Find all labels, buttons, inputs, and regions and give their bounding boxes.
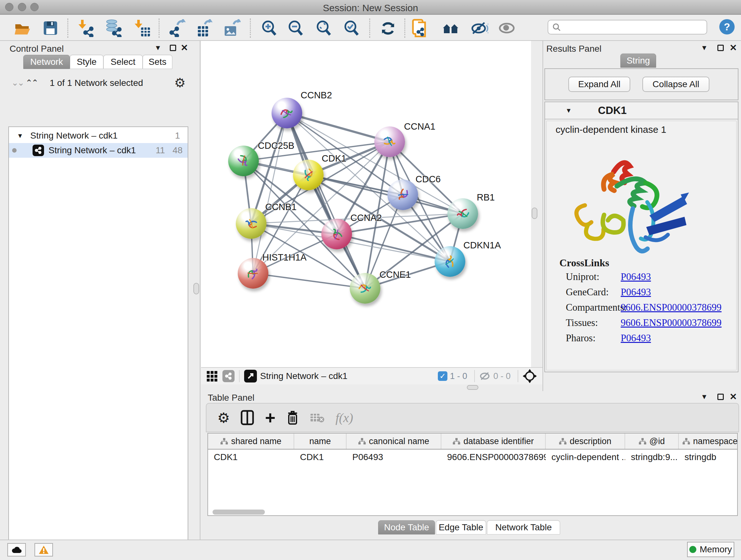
tab-select[interactable]: Select — [104, 55, 143, 69]
export-image-icon[interactable] — [223, 20, 241, 37]
zoom-in-icon[interactable] — [260, 20, 278, 37]
column-header-canonicalname[interactable]: canonical name — [347, 434, 441, 449]
selected-checkbox-icon[interactable]: ✓ — [438, 371, 448, 381]
left-splitter-handle[interactable] — [193, 283, 199, 294]
collection-expand-icon[interactable]: ▼ — [17, 132, 23, 139]
node-CCNB1[interactable] — [236, 208, 266, 239]
open-in-window-icon[interactable] — [244, 370, 257, 382]
column-header-name[interactable]: name — [294, 434, 347, 449]
zoom-selected-icon[interactable] — [342, 20, 360, 37]
results-panel-float-icon[interactable] — [718, 45, 724, 51]
gene-collapse-icon[interactable]: ▼ — [565, 107, 572, 114]
gene-section-header[interactable]: ▼ CDK1 — [545, 102, 738, 119]
import-table-icon[interactable] — [133, 20, 151, 37]
tab-node-table[interactable]: Node Table — [378, 520, 435, 535]
node-CCNB2[interactable] — [272, 98, 302, 128]
tab-string[interactable]: String — [620, 54, 656, 68]
refresh-icon[interactable] — [379, 20, 397, 37]
results-panel-close-icon[interactable]: ✕ — [730, 45, 737, 51]
cell-namespace[interactable]: stringdb — [679, 449, 738, 465]
protein-ribbon-icon — [380, 132, 399, 151]
right-splitter-handle[interactable] — [532, 207, 537, 219]
column-header-id[interactable]: @id — [625, 434, 679, 449]
import-network-icon[interactable] — [77, 20, 95, 37]
tab-network-table[interactable]: Network Table — [487, 520, 560, 535]
crosslink-link[interactable]: P06493 — [621, 332, 651, 344]
node-CCNA1[interactable] — [374, 126, 405, 157]
show-column-panel-icon[interactable] — [241, 410, 254, 425]
tab-sets[interactable]: Sets — [143, 55, 172, 69]
string-network-icon — [32, 145, 44, 156]
create-column-plus-icon[interactable]: + — [265, 411, 275, 424]
tab-style[interactable]: Style — [70, 55, 104, 69]
expand-all-button[interactable]: Expand All — [568, 77, 630, 92]
string-badge-icon[interactable] — [222, 370, 234, 382]
hide-unselected-eye-icon[interactable] — [470, 20, 488, 37]
cell-databaseidentifier[interactable]: 9606.ENSP00000378699 — [441, 449, 546, 465]
node-CDC6[interactable] — [387, 179, 418, 210]
show-eye-icon[interactable] — [498, 20, 516, 37]
zoom-fit-icon[interactable] — [315, 20, 333, 37]
network-options-gear-icon[interactable]: ⚙ — [174, 75, 186, 90]
hidden-eye-slash-icon[interactable] — [479, 371, 491, 381]
search-icon — [552, 23, 561, 32]
table-panel-float-icon[interactable] — [718, 394, 724, 400]
export-network-icon[interactable] — [169, 20, 186, 37]
tab-edge-table[interactable]: Edge Table — [436, 520, 486, 535]
import-network-from-database-icon[interactable] — [105, 20, 123, 37]
table-panel-collapse-icon[interactable]: ▼ — [701, 393, 708, 401]
help-icon[interactable]: ? — [719, 19, 735, 35]
zoom-out-icon[interactable] — [286, 20, 305, 37]
control-panel-collapse-icon[interactable]: ▼ — [154, 44, 161, 52]
export-table-icon[interactable] — [195, 20, 213, 37]
results-panel-collapse-icon[interactable]: ▼ — [701, 44, 708, 52]
crosslink-link[interactable]: 9606.ENSP00000378699 — [621, 317, 722, 328]
column-header-namespace[interactable]: namespace — [679, 434, 738, 449]
network-collection-row[interactable]: ▼ String Network – cdk1 1 — [9, 128, 188, 143]
node-CCNE1[interactable] — [350, 273, 381, 304]
control-panel-float-icon[interactable] — [170, 45, 176, 51]
cloud-status-button[interactable] — [7, 543, 26, 557]
warnings-button[interactable] — [35, 543, 53, 557]
crosslink-link[interactable]: 9606.ENSP00000378699 — [621, 302, 722, 313]
node-CDC25B[interactable] — [228, 145, 259, 176]
bottom-splitter-handle[interactable] — [467, 385, 478, 390]
search-field[interactable] — [548, 20, 707, 35]
birds-eye-grid-icon[interactable] — [207, 371, 217, 381]
cell-id[interactable]: stringdb:9... — [625, 449, 679, 465]
cell-description[interactable]: cyclin-dependent ... — [546, 449, 625, 465]
delete-table-icon[interactable] — [310, 412, 325, 423]
table-horizontal-scrollbar[interactable] — [212, 509, 265, 515]
tab-network[interactable]: Network — [23, 55, 70, 69]
crosslink-link[interactable]: P06493 — [621, 287, 651, 298]
network-selected-summary: 1 of 1 Network selected — [0, 78, 193, 88]
cell-name[interactable]: CDK1 — [294, 449, 347, 465]
network-canvas[interactable]: CCNB2CCNA1CDC25BCDK1CDC6RB1CCNB1CCNA2CDK… — [201, 41, 531, 367]
memory-button[interactable]: Memory — [687, 542, 734, 557]
collapse-all-button[interactable]: Collapse All — [643, 77, 710, 92]
search-input[interactable] — [561, 22, 698, 32]
node-CCNA2[interactable] — [321, 219, 352, 249]
open-session-icon[interactable] — [14, 20, 32, 37]
fit-selected-crosshair-icon[interactable] — [523, 369, 537, 383]
cell-canonicalname[interactable]: P06493 — [347, 449, 441, 465]
control-panel-close-icon[interactable]: ✕ — [181, 45, 188, 51]
column-header-description[interactable]: description — [546, 434, 625, 449]
cell-sharedname[interactable]: CDK1 — [208, 449, 294, 465]
network-row[interactable]: String Network – cdk1 11 48 — [9, 143, 188, 158]
table-panel-close-icon[interactable]: ✕ — [730, 394, 737, 400]
memory-label: Memory — [699, 544, 732, 555]
node-RB1[interactable] — [448, 198, 478, 229]
node-CDKN1A[interactable] — [434, 246, 465, 277]
node-CDK1[interactable] — [293, 160, 324, 190]
results-actions-box: Expand All Collapse All — [544, 68, 738, 100]
function-builder-icon[interactable]: f(x) — [335, 410, 353, 425]
save-session-icon[interactable] — [42, 20, 59, 37]
column-header-sharedname[interactable]: shared name — [208, 434, 294, 449]
delete-column-trash-icon[interactable] — [286, 410, 299, 425]
column-header-databaseidentifier[interactable]: database identifier — [441, 434, 546, 449]
network-snapshot-icon[interactable] — [412, 20, 429, 37]
table-settings-gear-icon[interactable]: ⚙ — [217, 410, 230, 426]
crosslink-link[interactable]: P06493 — [621, 271, 651, 283]
home-view-icon[interactable] — [441, 20, 459, 37]
